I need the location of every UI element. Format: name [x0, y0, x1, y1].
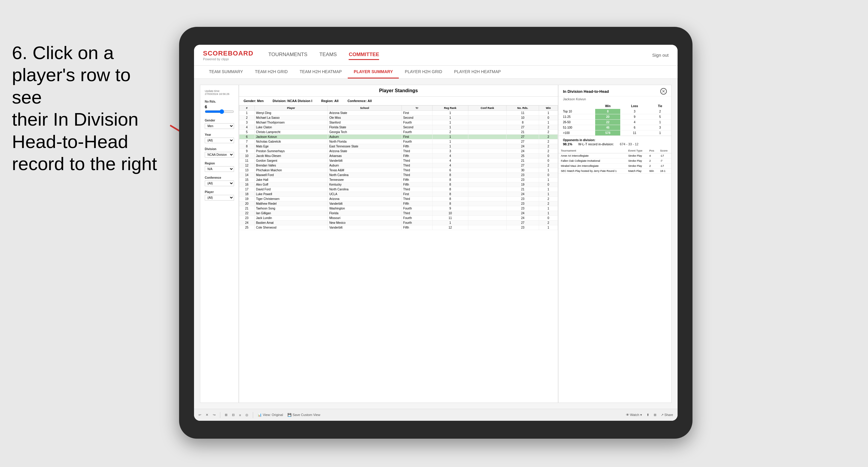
region-select[interactable]: N/A: [205, 166, 234, 172]
standings-title: Player Standings: [239, 85, 558, 97]
division-select[interactable]: NCAA Division I: [205, 152, 234, 158]
subnav-team-h2h-heatmap[interactable]: TEAM H2H HEATMAP: [294, 66, 348, 79]
gender-filter: Gender Men: [205, 119, 234, 129]
instruction-text: 6. Click on a player's row to see their …: [0, 36, 173, 181]
remove-button[interactable]: ⊟: [232, 413, 235, 417]
toolbar-sep-1: [220, 412, 220, 418]
region-filter: Region N/A: [205, 162, 234, 172]
h2h-col-loss: Loss: [620, 103, 649, 109]
sign-out-button[interactable]: Sign out: [652, 53, 669, 58]
region-filter-display: Region: All: [321, 99, 339, 103]
conference-filter-display: Conference: All: [347, 99, 372, 103]
nav-teams[interactable]: TEAMS: [319, 50, 337, 60]
top-nav: SCOREBOARD Powered by clippi TOURNAMENTS…: [194, 45, 678, 66]
upload-button[interactable]: ⬆: [647, 413, 649, 417]
tourney-col-name: Tournament: [558, 148, 626, 153]
table-row[interactable]: 25 Cole Sherwood Vanderbilt Fifth 12 23 …: [239, 225, 558, 230]
content-wrapper: Update time: 27/03/2024 16:56:26 No Rds.…: [200, 85, 672, 403]
toolbar-sep-2: [253, 412, 253, 418]
no-rds-label: No Rds.: [205, 100, 234, 103]
table-row[interactable]: 13 Phichaksn Maichon Texas A&M Third 6 3…: [239, 168, 558, 173]
division-filter: Division NCAA Division I: [205, 147, 234, 158]
col-yr: Yr: [401, 106, 432, 111]
sub-nav: TEAM SUMMARY TEAM H2H GRID TEAM H2H HEAT…: [194, 66, 678, 79]
close-button[interactable]: ✕: [206, 413, 208, 417]
nav-committee[interactable]: COMMITTEE: [349, 50, 379, 60]
table-row[interactable]: 20 Matthew Riedel Vanderbilt Fifth 8 23 …: [239, 201, 558, 206]
gender-select[interactable]: Men: [205, 123, 234, 129]
col-conf-rank: Conf Rank: [468, 106, 506, 111]
table-row[interactable]: 19 Tiger Christensen Arizona Third 8 23 …: [239, 197, 558, 201]
division-label: Division: [205, 147, 234, 151]
division-filter-display: Division: NCAA Division I: [273, 99, 312, 103]
table-row[interactable]: 12 Brendan Valles Auburn Third 4 27 2: [239, 163, 558, 168]
tournament-row: SEC Match Play hosted by Jerry Pate Roun…: [558, 168, 671, 174]
refresh-button[interactable]: ◎: [245, 413, 248, 417]
table-row[interactable]: 7 Nicholas Gabrelcik North Florida Fourt…: [239, 139, 558, 144]
view-original-button[interactable]: 📊 View: Original: [257, 413, 283, 417]
subnav-team-h2h-grid[interactable]: TEAM H2H GRID: [249, 66, 294, 79]
watch-button[interactable]: 👁 Watch ▾: [626, 413, 642, 417]
table-row[interactable]: 3 Michael Thorbjornsen Stanford Fourth 1…: [239, 120, 558, 125]
share-button[interactable]: ↗ Share: [661, 413, 673, 417]
conference-select[interactable]: (All): [205, 181, 234, 186]
bottom-toolbar: ↩ ✕ ↪ ⊞ ⊟ ≡ ◎ 📊 View: Original 💾 Save Cu…: [194, 409, 678, 421]
tournament-row: Mirabel Maui Jim Intercollegiate Stroke …: [558, 163, 671, 168]
h2h-row: >100 578 11 1: [558, 130, 671, 136]
table-row[interactable]: 10 Jacob Mou-Olesen Arkansas Fifth 4 25 …: [239, 154, 558, 158]
opponents-label: Opponents in division:: [563, 138, 667, 142]
add-button[interactable]: ⊞: [225, 413, 227, 417]
h2h-row: 26-50 22 4 1: [558, 120, 671, 125]
no-rds-slider[interactable]: [205, 109, 234, 114]
opponents-stats: 98.1% W-L-T record in-division: 674 - 33…: [563, 142, 667, 146]
table-row[interactable]: 24 Bastien Amat New Mexico Fourth 1 27 2: [239, 220, 558, 225]
subnav-team-summary[interactable]: TEAM SUMMARY: [203, 66, 249, 79]
save-custom-view-button[interactable]: 💾 Save Custom View: [287, 413, 320, 417]
redo-button[interactable]: ↪: [213, 413, 216, 417]
table-row[interactable]: 16 Alex Goff Kentucky Fifth 8 19 0: [239, 182, 558, 187]
table-row[interactable]: 11 Gordon Sargent Vanderbilt Third 4 21 …: [239, 158, 558, 163]
main-content: Update time: 27/03/2024 16:56:26 No Rds.…: [194, 79, 678, 409]
tablet-screen: SCOREBOARD Powered by clippi TOURNAMENTS…: [194, 45, 678, 421]
table-row[interactable]: 1 Wenyi Ding Arizona State First 1 11 1: [239, 111, 558, 116]
nav-tournaments[interactable]: TOURNAMENTS: [268, 50, 307, 60]
table-row[interactable]: 23 Jack Lundin Missouri Fourth 11 24 0: [239, 216, 558, 220]
filter-panel: Update time: 27/03/2024 16:56:26 No Rds.…: [200, 85, 239, 403]
undo-button[interactable]: ↩: [198, 413, 201, 417]
subnav-player-h2h-heatmap[interactable]: PLAYER H2H HEATMAP: [448, 66, 507, 79]
year-select[interactable]: (All): [205, 137, 234, 143]
tablet-frame: SCOREBOARD Powered by clippi TOURNAMENTS…: [179, 27, 692, 439]
conference-label: Conference: [205, 176, 234, 179]
h2h-row: 51-100 46 6 3: [558, 125, 671, 130]
logo-subtitle: Powered by clippi: [203, 57, 253, 61]
table-row[interactable]: 5 Christo Lamprecht Georgia Tech Fourth …: [239, 130, 558, 134]
table-row[interactable]: 9 Preston Summerhays Arizona State Third…: [239, 149, 558, 154]
subnav-player-summary[interactable]: PLAYER SUMMARY: [348, 66, 399, 79]
table-row[interactable]: 17 David Ford North Carolina Third 8 21 …: [239, 187, 558, 192]
subnav-player-h2h-grid[interactable]: PLAYER H2H GRID: [399, 66, 448, 79]
menu-button[interactable]: ≡: [239, 413, 241, 417]
table-row[interactable]: 21 Taehoon Song Washington Fourth 9 23 1: [239, 206, 558, 211]
table-row[interactable]: 22 Ian Gilligan Florida Third 10 24 1: [239, 211, 558, 216]
h2h-close-button[interactable]: ✕: [660, 88, 667, 95]
table-row[interactable]: 6 Jackson Koivun Auburn First 1 27 2: [239, 134, 558, 139]
update-time: Update time: 27/03/2024 16:56:26: [205, 90, 234, 95]
logo-area: SCOREBOARD Powered by clippi: [203, 50, 253, 61]
table-row[interactable]: 8 Mats Ege East Tennessee State Fifth 1 …: [239, 144, 558, 149]
player-label: Player: [205, 190, 234, 194]
player-select[interactable]: (All): [205, 195, 234, 200]
gender-label: Gender: [205, 119, 234, 122]
h2h-col-tie: Tie: [649, 103, 671, 109]
grid-button[interactable]: ⊞: [654, 413, 656, 417]
table-row[interactable]: 14 Maxwell Ford North Carolina Third 8 2…: [239, 173, 558, 178]
h2h-col-win: Win: [595, 103, 620, 109]
table-row[interactable]: 2 Michael La Sasso Ole Miss Second 1 10 …: [239, 116, 558, 120]
h2h-title-bar: In Division Head-to-Head ✕: [558, 85, 671, 96]
table-row[interactable]: 18 Luke Powell UCLA First 8 24 1: [239, 192, 558, 197]
h2h-row: Top 10 8 3 2: [558, 109, 671, 114]
tournament-row: Amer Ari Intercollegiate Stroke Play 4 -…: [558, 153, 671, 158]
tourney-col-score: Score: [657, 148, 671, 153]
table-row[interactable]: 15 Jake Hall Tennessee Fifth 8 23 1: [239, 178, 558, 182]
table-row[interactable]: 4 Luke Claton Florida State Second 1 27 …: [239, 125, 558, 130]
conference-filter: Conference (All): [205, 176, 234, 186]
